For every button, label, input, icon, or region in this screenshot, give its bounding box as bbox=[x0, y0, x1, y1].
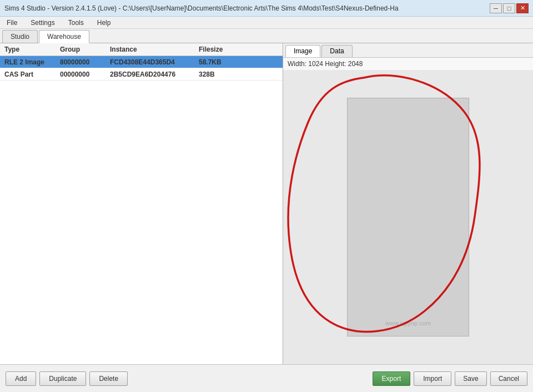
image-preview: www.sglynp.com bbox=[347, 98, 469, 336]
image-info: Width: 1024 Height: 2048 bbox=[283, 58, 533, 70]
cell-group-0: 80000000 bbox=[56, 58, 105, 66]
menu-settings[interactable]: Settings bbox=[26, 18, 59, 28]
table-header: Type Group Instance Filesize bbox=[0, 43, 283, 56]
add-button[interactable]: Add bbox=[6, 371, 36, 386]
watermark-area: www.sglynp.com bbox=[348, 319, 469, 328]
tab-warehouse[interactable]: Warehouse bbox=[39, 30, 89, 43]
cell-filesize-1: 328B bbox=[194, 71, 239, 78]
menu-file[interactable]: File bbox=[2, 18, 22, 28]
right-tab-bar: Image Data bbox=[283, 43, 533, 58]
table-body: RLE 2 Image 80000000 FCD4308E44D365D4 58… bbox=[0, 56, 283, 364]
watermark-line1: www.sglynp.com bbox=[348, 319, 469, 328]
window-controls: ─ □ ✕ bbox=[490, 3, 529, 13]
bottom-bar-left: Add Duplicate Delete bbox=[6, 371, 369, 386]
export-button[interactable]: Export bbox=[373, 371, 411, 386]
title-bar: Sims 4 Studio - Version 2.4.1.5 (Love) -… bbox=[0, 0, 533, 17]
cell-filesize-0: 58.7KB bbox=[194, 58, 239, 66]
minimize-button[interactable]: ─ bbox=[490, 3, 502, 13]
table-row[interactable]: CAS Part 00000000 2B5CD9EA6D204476 328B bbox=[0, 68, 283, 81]
close-button[interactable]: ✕ bbox=[516, 3, 529, 13]
cell-type-1: CAS Part bbox=[0, 71, 56, 78]
table-row[interactable]: RLE 2 Image 80000000 FCD4308E44D365D4 58… bbox=[0, 56, 283, 68]
main-tab-bar: Studio Warehouse bbox=[0, 29, 533, 43]
menu-tools[interactable]: Tools bbox=[64, 18, 88, 28]
tab-data[interactable]: Data bbox=[321, 45, 352, 57]
right-panel: Image Data Width: 1024 Height: 2048 www.… bbox=[283, 43, 533, 364]
col-header-instance: Instance bbox=[105, 46, 194, 53]
import-button[interactable]: Import bbox=[414, 371, 451, 386]
save-button[interactable]: Save bbox=[455, 371, 486, 386]
main-content: Type Group Instance Filesize RLE 2 Image… bbox=[0, 43, 533, 364]
cell-instance-1: 2B5CD9EA6D204476 bbox=[105, 71, 194, 78]
cancel-button[interactable]: Cancel bbox=[490, 371, 527, 386]
red-scribble-overlay bbox=[348, 98, 469, 336]
tab-image[interactable]: Image bbox=[285, 45, 320, 57]
cell-group-1: 00000000 bbox=[56, 71, 105, 78]
col-header-type: Type bbox=[0, 46, 56, 53]
title-text: Sims 4 Studio - Version 2.4.1.5 (Love) -… bbox=[4, 4, 399, 12]
menu-help[interactable]: Help bbox=[93, 18, 115, 28]
left-panel: Type Group Instance Filesize RLE 2 Image… bbox=[0, 43, 283, 364]
cell-type-0: RLE 2 Image bbox=[0, 58, 56, 66]
duplicate-button[interactable]: Duplicate bbox=[39, 371, 86, 386]
watermark-text: www.sglynp.com bbox=[348, 319, 469, 328]
maximize-button[interactable]: □ bbox=[503, 3, 515, 13]
tab-studio[interactable]: Studio bbox=[2, 30, 38, 43]
cell-instance-0: FCD4308E44D365D4 bbox=[105, 58, 194, 66]
bottom-bar-right: Export Import Save Cancel bbox=[373, 371, 527, 386]
delete-button[interactable]: Delete bbox=[89, 371, 128, 386]
col-header-filesize: Filesize bbox=[194, 46, 239, 53]
image-area: www.sglynp.com bbox=[283, 70, 533, 364]
col-header-group: Group bbox=[56, 46, 105, 53]
menu-bar: File Settings Tools Help bbox=[0, 17, 533, 29]
bottom-bar: Add Duplicate Delete Export Import Save … bbox=[0, 364, 533, 392]
